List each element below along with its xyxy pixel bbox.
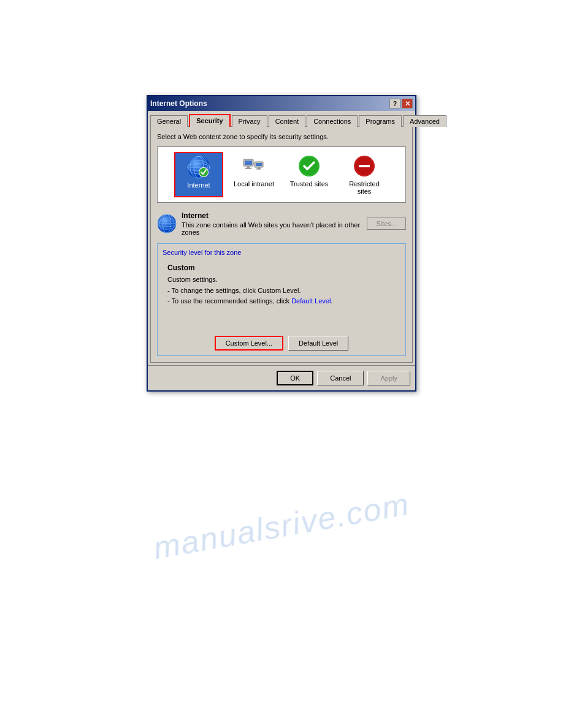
- tab-privacy[interactable]: Privacy: [232, 115, 267, 127]
- sites-button[interactable]: Sites...: [367, 218, 406, 230]
- zone-description: Select a Web content zone to specify its…: [157, 133, 406, 140]
- zone-trusted-sites[interactable]: Trusted sites: [285, 152, 334, 197]
- dialog-title: Internet Options: [150, 99, 207, 108]
- desc-line-3-prefix: - To use the recommended settings, click: [167, 297, 291, 305]
- watermark: manualsrive.com: [150, 485, 412, 567]
- svg-rect-10: [247, 166, 250, 168]
- tab-security[interactable]: Security: [189, 114, 230, 127]
- svg-rect-9: [245, 161, 252, 165]
- zone-info-desc: This zone contains all Web sites you hav…: [182, 221, 362, 236]
- default-level-button[interactable]: Default Level: [288, 336, 348, 351]
- local-intranet-zone-label: Local intranet: [234, 180, 274, 188]
- svg-rect-14: [258, 167, 260, 169]
- internet-options-dialog: Internet Options ? ✕ General Security Pr…: [147, 95, 416, 392]
- zone-info-title: Internet: [182, 211, 362, 220]
- tab-general[interactable]: General: [150, 115, 188, 127]
- ok-button[interactable]: OK: [277, 371, 313, 385]
- security-tab-content: Select a Web content zone to specify its…: [150, 126, 413, 363]
- level-buttons: Custom Level... Default Level: [163, 336, 400, 351]
- tab-programs[interactable]: Programs: [359, 115, 402, 127]
- trusted-sites-zone-icon: [297, 154, 321, 178]
- close-button[interactable]: ✕: [402, 99, 413, 108]
- cancel-button[interactable]: Cancel: [317, 371, 364, 385]
- tab-content[interactable]: Content: [269, 115, 306, 127]
- dialog-footer: OK Cancel Apply: [148, 365, 415, 390]
- local-intranet-zone-icon: [242, 154, 266, 178]
- restricted-sites-zone-label: Restrictedsites: [349, 180, 380, 195]
- apply-button[interactable]: Apply: [367, 371, 410, 385]
- zone-info-text: Internet This zone contains all Web site…: [182, 211, 362, 236]
- help-button[interactable]: ?: [389, 99, 400, 108]
- internet-zone-icon: [187, 156, 210, 179]
- desc-line-3-link: Default Level: [291, 297, 331, 305]
- svg-rect-15: [256, 169, 261, 170]
- desc-line-3-suffix: .: [331, 297, 332, 305]
- restricted-sites-zone-icon: [353, 154, 376, 178]
- custom-level-button[interactable]: Custom Level...: [215, 336, 283, 351]
- tab-connections[interactable]: Connections: [307, 115, 358, 127]
- zone-restricted-sites[interactable]: Restrictedsites: [340, 152, 389, 197]
- custom-level-name: Custom: [167, 264, 396, 272]
- title-bar-buttons: ? ✕: [389, 99, 413, 108]
- custom-level-desc: Custom settings. - To change the setting…: [167, 275, 396, 307]
- tab-bar: General Security Privacy Content Connect…: [148, 111, 415, 126]
- zone-local-intranet[interactable]: Local intranet: [229, 152, 278, 197]
- svg-rect-21: [359, 165, 370, 167]
- svg-rect-11: [245, 168, 251, 169]
- desc-line-2: - To change the settings, click Custom L…: [167, 287, 301, 294]
- security-level-title: Security level for this zone: [163, 249, 400, 256]
- tab-advanced[interactable]: Advanced: [403, 115, 446, 127]
- internet-zone-label: Internet: [187, 181, 210, 189]
- title-bar: Internet Options ? ✕: [148, 96, 415, 111]
- trusted-sites-zone-label: Trusted sites: [290, 180, 329, 188]
- svg-rect-13: [256, 163, 262, 166]
- desc-line-1: Custom settings.: [167, 276, 218, 283]
- security-level-section: Security level for this zone Custom Cust…: [157, 243, 406, 356]
- zone-internet[interactable]: Internet: [174, 152, 223, 197]
- zone-info-row: Internet This zone contains all Web site…: [157, 209, 406, 238]
- security-level-content: Custom Custom settings. - To change the …: [163, 261, 400, 328]
- zone-info-icon: [157, 214, 177, 233]
- zone-selector: Internet: [157, 146, 406, 203]
